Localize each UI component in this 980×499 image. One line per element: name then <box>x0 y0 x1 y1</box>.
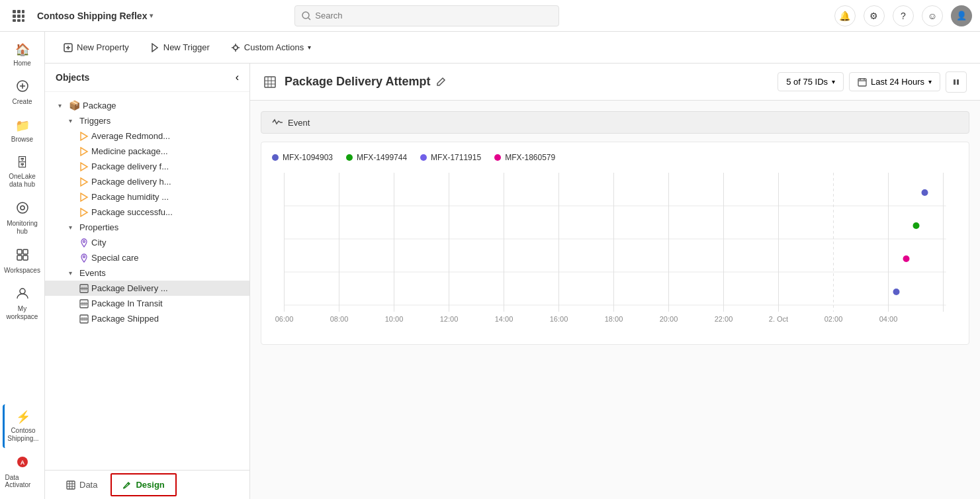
main-layout: 🏠 Home Create 📁 Browse 🗄 OneLake data hu… <box>0 32 980 499</box>
tree-label-trigger-5: Package humidity ... <box>91 192 244 202</box>
sidebar-item-monitoring[interactable]: Monitoring hub <box>3 197 42 241</box>
legend-dot-3 <box>494 154 501 161</box>
tree-item-trigger-2[interactable]: Medicine package... <box>45 144 249 159</box>
svg-text:04:00: 04:00 <box>879 315 898 323</box>
tab-design[interactable]: Design <box>111 473 176 496</box>
svg-rect-66 <box>858 79 866 86</box>
objects-panel: Objects ‹ ▾ 📦 Package ▾ Triggers <box>45 64 250 499</box>
sidebar-item-contoso[interactable]: ⚡ Contoso Shipping... <box>3 404 42 448</box>
toolbar: New Property New Trigger Custom Actions … <box>45 32 980 64</box>
time-filter-button[interactable]: Last 24 Hours ▾ <box>849 72 940 91</box>
trigger-icon <box>79 132 89 141</box>
new-trigger-button[interactable]: New Trigger <box>142 38 218 56</box>
app-grid-button[interactable] <box>8 5 29 26</box>
tree-label-trigger-2: Medicine package... <box>91 146 244 156</box>
tree-item-trigger-6[interactable]: Package successfu... <box>45 204 249 220</box>
tree-item-event-transit[interactable]: Package In Transit <box>45 296 249 311</box>
tree-item-package[interactable]: ▾ 📦 Package <box>45 97 249 113</box>
data-point-2 <box>903 255 910 262</box>
chevron-down-icon: ▾ <box>58 102 66 109</box>
tree-item-trigger-4[interactable]: Package delivery h... <box>45 174 249 189</box>
svg-rect-55 <box>67 481 75 489</box>
svg-text:12:00: 12:00 <box>440 315 459 323</box>
svg-text:22:00: 22:00 <box>715 315 733 323</box>
tree-item-event-shipped[interactable]: Package Shipped <box>45 311 249 326</box>
time-label: Last 24 Hours <box>871 77 924 87</box>
custom-actions-button[interactable]: Custom Actions ▾ <box>223 38 319 56</box>
sidebar-item-onelake[interactable]: 🗄 OneLake data hub <box>3 151 42 194</box>
edit-title-icon[interactable] <box>435 77 446 87</box>
sidebar-item-data-activator[interactable]: A Data Activator <box>3 451 42 494</box>
svg-text:16:00: 16:00 <box>550 315 568 323</box>
help-button[interactable]: ? <box>893 5 914 26</box>
sidebar-item-myworkspace[interactable]: My workspace <box>3 282 42 326</box>
svg-marker-37 <box>81 208 87 216</box>
sidebar-item-browse[interactable]: 📁 Browse <box>3 113 42 148</box>
svg-rect-61 <box>265 77 275 87</box>
chart-container: MFX-1094903 MFX-1499744 MFX-1711915 <box>261 142 969 345</box>
chevron-down-icon: ▾ <box>69 269 77 277</box>
legend-label-0: MFX-1094903 <box>283 153 333 162</box>
event-icon <box>79 314 89 324</box>
svg-line-10 <box>308 18 310 20</box>
pause-button[interactable] <box>946 71 967 93</box>
tree-item-city[interactable]: City <box>45 235 249 250</box>
svg-point-9 <box>302 12 309 19</box>
svg-rect-19 <box>23 255 28 260</box>
tab-data[interactable]: Data <box>56 475 108 495</box>
sidebar-label-browse: Browse <box>11 136 33 143</box>
tree-label-properties: Properties <box>79 222 244 232</box>
tree-item-properties[interactable]: ▾ Properties <box>45 220 249 235</box>
svg-rect-2 <box>22 10 24 13</box>
chart-legend: MFX-1094903 MFX-1499744 MFX-1711915 <box>272 153 958 162</box>
time-chevron-icon: ▾ <box>928 78 932 85</box>
svg-rect-1 <box>17 10 21 13</box>
tree-label-event-delivery: Package Delivery ... <box>91 283 244 293</box>
browse-icon: 📁 <box>15 118 30 133</box>
svg-rect-71 <box>957 79 959 85</box>
tree-label-trigger-4: Package delivery h... <box>91 177 244 187</box>
search-input[interactable] <box>315 11 552 21</box>
sidebar-item-home[interactable]: 🏠 Home <box>3 37 42 72</box>
new-property-button[interactable]: New Property <box>56 38 137 56</box>
legend-item-0: MFX-1094903 <box>272 153 333 162</box>
sidebar-icons: 🏠 Home Create 📁 Browse 🗄 OneLake data hu… <box>0 32 45 499</box>
calendar-icon <box>858 77 867 87</box>
tree-label-event-transit: Package In Transit <box>91 298 244 308</box>
tree-item-trigger-5[interactable]: Package humidity ... <box>45 189 249 204</box>
svg-marker-32 <box>81 132 87 140</box>
search-bar[interactable] <box>294 5 559 26</box>
collapse-panel-button[interactable]: ‹ <box>236 71 239 83</box>
legend-item-2: MFX-1711915 <box>420 153 481 162</box>
tree-item-event-delivery[interactable]: Package Delivery ... <box>45 281 249 296</box>
app-title[interactable]: Contoso Shipping Reflex ▾ <box>37 11 153 21</box>
sidebar-label-myworkspace: My workspace <box>5 305 40 321</box>
svg-marker-33 <box>81 148 87 156</box>
trigger-icon <box>79 177 89 187</box>
tree-item-trigger-3[interactable]: Package delivery f... <box>45 159 249 174</box>
sidebar-label-monitoring: Monitoring hub <box>5 220 40 236</box>
chart-area: Event MFX-1094903 MFX-1499744 <box>250 101 980 499</box>
time-series-chart: 06:00 08:00 10:00 12:00 14:00 16:00 18:0… <box>272 173 958 332</box>
sidebar-item-create[interactable]: Create <box>3 75 42 111</box>
feedback-button[interactable]: ☺ <box>922 5 943 26</box>
trigger-icon <box>79 193 89 202</box>
legend-item-1: MFX-1499744 <box>346 153 407 162</box>
sidebar-label-onelake: OneLake data hub <box>5 173 40 189</box>
notifications-button[interactable]: 🔔 <box>834 5 856 26</box>
svg-text:14:00: 14:00 <box>495 315 513 323</box>
settings-button[interactable]: ⚙ <box>864 5 885 26</box>
tree-item-triggers[interactable]: ▾ Triggers <box>45 113 249 128</box>
tree-item-events[interactable]: ▾ Events <box>45 265 249 281</box>
data-point-1 <box>913 222 920 229</box>
ids-filter-button[interactable]: 5 of 75 IDs ▾ <box>778 72 844 91</box>
avatar[interactable]: 👤 <box>951 5 972 26</box>
new-property-icon <box>64 43 73 52</box>
tree-label-event-shipped: Package Shipped <box>91 314 244 324</box>
tree-item-trigger-1[interactable]: Average Redmond... <box>45 128 249 144</box>
legend-label-2: MFX-1711915 <box>431 153 481 162</box>
tree-label-events: Events <box>79 268 244 278</box>
sidebar-item-workspaces[interactable]: Workspaces <box>3 244 42 279</box>
legend-label-3: MFX-1860579 <box>505 153 555 162</box>
tree-item-special-care[interactable]: Special care <box>45 250 249 265</box>
